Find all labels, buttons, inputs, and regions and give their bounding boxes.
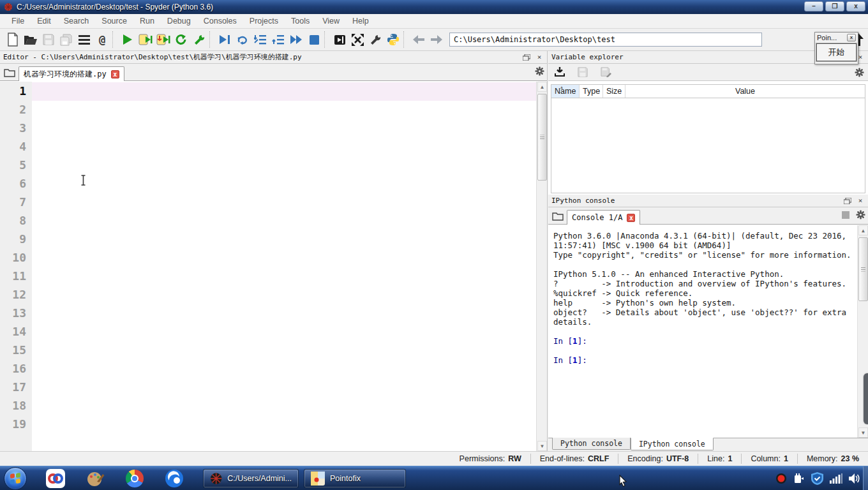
spyder-logo-icon — [4, 3, 13, 11]
run-cell-button[interactable] — [137, 31, 154, 48]
minimize-button[interactable]: – — [804, 1, 823, 11]
open-file-button[interactable] — [22, 31, 40, 48]
mouse-cursor — [619, 475, 629, 487]
tab-close-icon[interactable]: x — [627, 214, 635, 222]
code-editor[interactable]: 1 2 3 4 5 6 7 8 9 10 11 12 13 14 15 16 1 — [0, 82, 547, 451]
editor-file-tab-label: 机器学习环境的搭建.py — [24, 69, 107, 80]
recording-indicator-icon[interactable] — [775, 473, 787, 484]
pointofix-close-icon[interactable]: x — [847, 34, 856, 41]
menu-projects[interactable]: Projects — [243, 15, 285, 27]
editor-pane: Editor - C:\Users\Administrator\Desktop\… — [0, 51, 548, 451]
configure-run-button[interactable] — [190, 31, 208, 48]
debug-step-into-button[interactable] — [251, 31, 269, 48]
preferences-button[interactable] — [366, 31, 384, 48]
input-prompt[interactable]: In [1]: — [553, 355, 855, 365]
debug-continue-button[interactable] — [287, 31, 305, 48]
editor-options-gear-icon[interactable] — [535, 66, 544, 76]
menu-help[interactable]: Help — [346, 15, 375, 27]
scroll-up-icon[interactable]: ▲ — [858, 225, 868, 235]
tab-python-console[interactable]: Python console — [552, 438, 631, 450]
menu-bar: File Edit Search Source Run Debug Consol… — [0, 14, 868, 29]
editor-scrollbar-thumb[interactable] — [537, 94, 547, 181]
pointofix-title-bar[interactable]: Poin... x — [815, 33, 858, 43]
pinned-app-sunflower-icon[interactable] — [45, 468, 66, 489]
python-interpreter-icon[interactable] — [384, 31, 402, 48]
network-signal-icon[interactable] — [830, 473, 842, 484]
taskbar-window-pointofix[interactable]: Pointofix — [304, 469, 406, 488]
menu-search[interactable]: Search — [57, 15, 96, 27]
console-tab[interactable]: Console 1/A x — [567, 210, 640, 225]
debug-button[interactable] — [216, 31, 234, 48]
scroll-up-icon[interactable]: ▲ — [537, 82, 547, 92]
toolbar-separator — [324, 31, 327, 48]
menu-edit[interactable]: Edit — [31, 15, 57, 27]
save-data-icon[interactable] — [575, 64, 590, 80]
variable-explorer-toolbar — [548, 64, 868, 81]
menu-run[interactable]: Run — [133, 15, 161, 27]
pointofix-start-button[interactable]: 开始 — [816, 43, 857, 61]
symbol-finder-button[interactable]: @ — [93, 31, 111, 48]
save-button[interactable] — [40, 31, 57, 48]
taskbar-window-spyder[interactable]: C:/Users/Admini... — [203, 469, 299, 488]
menu-view[interactable]: View — [316, 15, 346, 27]
line-number: 19 — [0, 415, 32, 433]
power-plug-icon[interactable] — [793, 473, 805, 484]
toolbar-separator — [403, 31, 407, 48]
security-shield-icon[interactable] — [811, 472, 823, 485]
float-pane-icon[interactable] — [843, 197, 852, 205]
column-header-size[interactable]: Size — [603, 85, 625, 98]
menu-debug[interactable]: Debug — [161, 15, 197, 27]
back-button[interactable] — [410, 31, 428, 48]
pinned-app-browser-icon[interactable] — [164, 468, 184, 489]
variable-explorer-options-gear-icon[interactable] — [855, 68, 864, 77]
browse-tabs-icon[interactable] — [550, 209, 565, 223]
debug-step-button[interactable] — [234, 31, 251, 48]
scroll-down-icon[interactable]: ▼ — [537, 441, 547, 451]
show-desktop-button[interactable] — [863, 466, 868, 490]
debug-stop-button[interactable] — [305, 31, 323, 48]
browse-tabs-icon[interactable] — [2, 66, 17, 80]
close-button[interactable]: x — [846, 1, 865, 11]
menu-tools[interactable]: Tools — [285, 15, 316, 27]
run-button[interactable] — [119, 31, 137, 48]
menu-file[interactable]: File — [5, 15, 31, 27]
forward-button[interactable] — [428, 31, 445, 48]
close-pane-icon[interactable]: × — [535, 54, 544, 61]
console-output[interactable]: Python 3.6.0 |Anaconda 4.3.1 (64-bit)| (… — [548, 225, 868, 438]
start-button[interactable] — [4, 467, 27, 490]
run-cell-advance-button[interactable] — [154, 31, 172, 48]
console-options-gear-icon[interactable] — [856, 210, 865, 219]
line-number: 9 — [0, 230, 32, 248]
close-pane-icon[interactable]: × — [856, 197, 865, 205]
float-pane-icon[interactable] — [522, 54, 531, 61]
status-column: Column:1 — [741, 454, 797, 464]
tab-ipython-console[interactable]: IPython console — [631, 438, 714, 450]
menu-consoles[interactable]: Consoles — [197, 15, 243, 27]
restore-button[interactable]: ❐ — [825, 1, 844, 11]
column-header-name[interactable]: ▴Name — [551, 85, 580, 98]
volume-speaker-icon[interactable] — [849, 473, 860, 484]
maximize-pane-button[interactable] — [331, 31, 348, 48]
input-prompt: In [1]: — [553, 336, 855, 346]
scroll-down-icon[interactable]: ▼ — [858, 427, 868, 438]
editor-file-tab[interactable]: 机器学习环境的搭建.py x — [19, 66, 124, 81]
variable-explorer-pane: Variable explorer × — [548, 51, 868, 195]
console-scrollbar-thumb[interactable] — [858, 237, 868, 301]
menu-source[interactable]: Source — [95, 15, 133, 27]
new-file-button[interactable] — [4, 31, 22, 48]
debug-step-return-button[interactable] — [269, 31, 287, 48]
working-directory-input[interactable]: C:\Users\Administrator\Desktop\test — [449, 33, 762, 47]
import-data-icon[interactable] — [552, 64, 567, 80]
pinned-app-chrome-icon[interactable] — [124, 468, 145, 489]
fullscreen-button[interactable] — [348, 31, 366, 48]
save-data-as-icon[interactable] — [598, 64, 613, 80]
rerun-button[interactable] — [172, 31, 190, 48]
interrupt-kernel-icon[interactable] — [842, 211, 849, 219]
editor-vertical-scrollbar[interactable]: ▲ ▼ — [536, 82, 547, 451]
pinned-app-paint-icon[interactable] — [85, 468, 105, 489]
column-header-type[interactable]: Type — [580, 85, 603, 98]
column-header-value[interactable]: Value — [625, 85, 865, 98]
file-switcher-button[interactable] — [75, 31, 93, 48]
tab-close-icon[interactable]: x — [111, 70, 119, 78]
save-all-button[interactable] — [57, 31, 75, 48]
